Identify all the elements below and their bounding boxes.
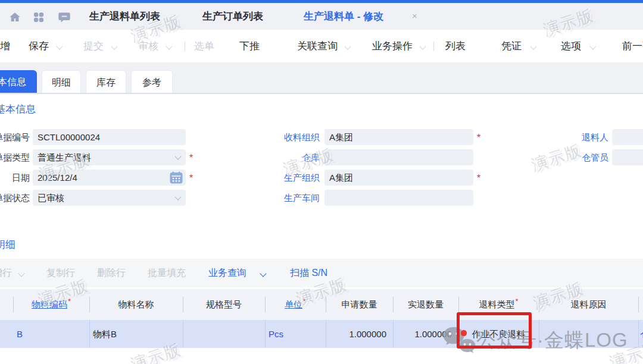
returner-input[interactable] [612,129,643,145]
warehouse-input[interactable] [324,149,473,165]
chevron-down-icon [111,43,117,49]
required-marker: * [477,170,480,186]
storekeeper-input[interactable] [612,149,643,165]
cell-spec[interactable] [183,320,265,348]
chevron-down-icon[interactable] [344,43,351,49]
col-header-actual-qty[interactable]: 实退数量 [393,289,458,320]
save-button[interactable]: 保存 [29,30,49,62]
cell-apply-qty[interactable]: 1.000000 [326,320,393,348]
required-marker: * [515,297,518,306]
production-org-value: A集团 [329,172,353,183]
submit-button[interactable]: 提交 [83,30,104,62]
cell-next-cut[interactable]: 仓 [638,320,643,348]
bill-status-select[interactable]: 已审核 [33,190,186,206]
select-bill-button[interactable]: 选单 [194,30,214,62]
window-tab-bar: 生产退料单列表 生产订单列表 生产退料单 - 修改 × [0,3,643,30]
section-title-basic-info: 基本信息 [0,102,36,116]
annotation-highlight-box [457,312,532,349]
home-icon[interactable] [7,11,23,24]
options-button[interactable]: 选项 [561,30,581,62]
storekeeper-label[interactable]: 仓管员 [561,149,608,165]
calendar-icon[interactable] [170,171,183,184]
chevron-down-icon [18,270,24,277]
previous-bill-button[interactable]: 前一张 [622,30,643,62]
push-down-button[interactable]: 下推 [239,30,260,62]
tab-basic-info[interactable]: 基本信息 [0,70,37,94]
date-label: 日期 [0,170,30,186]
batch-fill-button[interactable]: 批量填充 [148,259,186,287]
date-value: 2025/12/4 [38,172,77,183]
tab-inventory[interactable]: 库存 [86,70,126,94]
cell-actual-qty[interactable]: 1.000000 [393,320,458,348]
production-org-input[interactable]: A集团 [324,170,473,186]
date-input[interactable]: 2025/12/4 [33,170,186,186]
col-header-spec[interactable]: 规格型号 [183,289,265,320]
cell-material-name[interactable]: 物料B [89,320,183,348]
bill-no-label: 单据编号 [0,129,30,145]
section-title-detail: 明细 [0,238,15,252]
delete-row-button[interactable]: 删除行 [97,259,126,287]
new-button[interactable]: 新增 [0,30,10,62]
bill-no-value: SCTL00000024 [38,132,100,142]
tab-production-order-list[interactable]: 生产订单列表 [202,3,263,30]
cell-material-code[interactable]: B [13,320,89,348]
chevron-down-icon[interactable] [56,43,63,49]
add-row-button[interactable]: 增行 [0,259,12,287]
related-query-button[interactable]: 关联查询 [297,30,338,62]
returner-label[interactable]: 退料人 [561,129,608,145]
production-org-label[interactable]: 生产组织 [236,170,320,186]
chevron-down-icon[interactable] [174,153,181,159]
cell-unit[interactable]: Pcs [265,320,326,348]
receiving-org-value: A集团 [329,132,353,142]
tab-production-return-list[interactable]: 生产退料单列表 [89,3,160,30]
col-header-apply-qty[interactable]: 申请数量 [326,289,393,320]
chevron-down-icon[interactable] [589,43,596,49]
col-header-cut [638,289,643,320]
toolbar-divider [185,42,185,51]
audit-button[interactable]: 审核 [138,30,158,62]
close-icon[interactable]: × [412,10,417,22]
list-button[interactable]: 列表 [445,30,466,62]
detail-toolbar: 增行 复制行 删除行 批量填充 业务查询 扫描 S/N [0,259,643,287]
row-selector-cell[interactable] [0,320,13,348]
main-toolbar: 新增 保存 提交 审核 选单 下推 关联查询 业务操作 列表 凭证 选项 前一张 [0,30,643,62]
required-marker: * [189,170,193,186]
required-marker: * [303,297,306,306]
copy-row-button[interactable]: 复制行 [46,259,75,287]
receiving-org-label[interactable]: 收料组织 [236,129,320,145]
tab-reference[interactable]: 参考 [131,70,173,94]
col-header-unit[interactable]: 单位* [265,289,326,320]
receiving-org-input[interactable]: A集团 [324,129,473,145]
chevron-down-icon[interactable] [419,43,426,49]
business-query-button[interactable]: 业务查询 [208,259,246,287]
chevron-down-icon[interactable] [174,193,181,200]
warehouse-label[interactable]: 仓库 [236,149,320,165]
chevron-down-icon[interactable] [260,270,266,277]
row-selector-column-header [0,289,13,320]
col-header-material-name[interactable]: 物料名称 [89,289,183,320]
bill-type-label: 单据类型 [0,149,30,165]
table-row[interactable]: B 物料B Pcs 1.000000 1.000000 作业不良退料 仓 [0,320,643,348]
scan-sn-button[interactable]: 扫描 S/N [290,259,327,287]
production-workshop-input[interactable] [324,190,473,206]
required-marker: * [477,129,480,145]
cell-return-reason[interactable] [539,320,638,348]
tab-production-return-edit[interactable]: 生产退料单 - 修改 [304,3,383,30]
chevron-down-icon [166,43,172,49]
bill-status-value: 已审核 [38,193,64,203]
toolbar-divider [433,42,434,51]
col-header-material-code[interactable]: 物料编码* [13,289,89,320]
business-operation-button[interactable]: 业务操作 [372,30,413,62]
message-icon[interactable] [56,11,73,24]
col-header-return-reason[interactable]: 退料原因 [539,289,638,320]
apps-grid-icon[interactable] [31,11,46,24]
required-marker: * [68,297,71,306]
tab-detail[interactable]: 明细 [42,70,81,94]
chevron-down-icon[interactable] [530,43,536,49]
bill-type-select[interactable]: 普通生产退料 [33,149,186,165]
bill-no-input[interactable]: SCTL00000024 [33,129,186,145]
bill-type-value: 普通生产退料 [38,152,91,162]
voucher-button[interactable]: 凭证 [501,30,522,62]
detail-table-header: 物料编码* 物料名称 规格型号 单位* 申请数量 实退数量 退料类型* 退料原因 [0,289,643,320]
production-workshop-label[interactable]: 生产车间 [236,190,320,206]
